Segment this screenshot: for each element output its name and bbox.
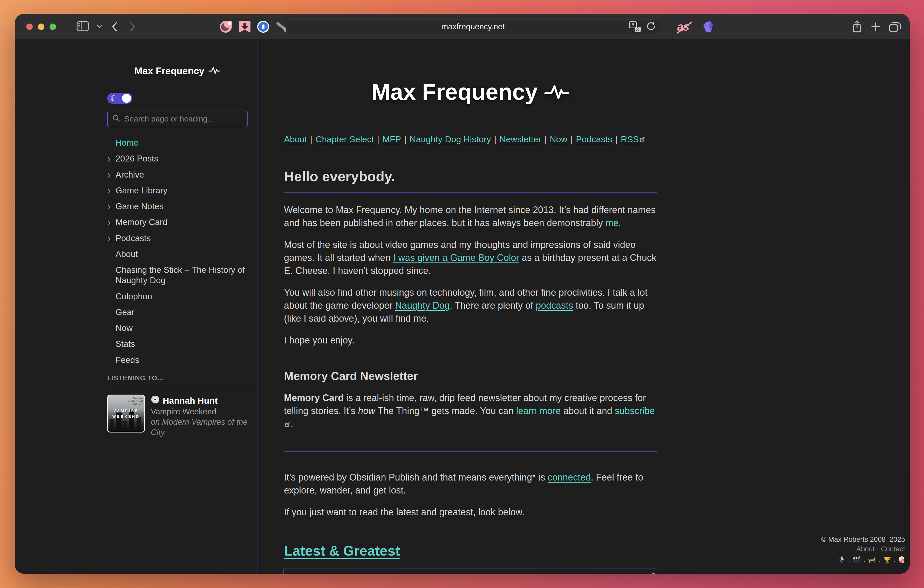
link-icon[interactable] — [646, 573, 657, 574]
section-divider — [284, 451, 657, 452]
sidebar-item-game-library[interactable]: ›Game Library — [107, 185, 248, 196]
browser-toolbar: maxfrequency.net A文 as — [15, 14, 910, 40]
close-window-button[interactable] — [26, 23, 33, 30]
traffic-lights — [26, 23, 61, 30]
intro-paragraph-2: Most of the site is about video games an… — [284, 238, 657, 277]
sidebar-toggle-icon[interactable] — [77, 21, 89, 33]
copyright-text: © Max Roberts 2008–2025 — [821, 535, 905, 545]
zoom-window-button[interactable] — [50, 23, 56, 30]
nav-link-podcasts[interactable]: Podcasts — [576, 134, 612, 144]
connected-link[interactable]: connected — [548, 472, 591, 482]
sidebar-item-home[interactable]: Home — [107, 137, 248, 148]
sidebar-controls — [77, 21, 102, 33]
main-content-pane: Max Frequency About|Chapter Select|MFP|N… — [257, 40, 910, 574]
toggle-knob — [122, 94, 131, 103]
sidebar-item-archive[interactable]: ›Archive — [107, 170, 248, 180]
pulse-icon — [544, 79, 569, 105]
noir-extension-icon[interactable] — [220, 21, 232, 33]
sidebar-item-stats[interactable]: Stats — [107, 339, 248, 349]
sidebar-item-about[interactable]: About — [107, 249, 248, 259]
footer-about-link[interactable]: About — [856, 545, 874, 553]
sidebar-item-now[interactable]: Now — [107, 323, 248, 333]
sidebar-nav: Home ›2026 Posts ›Archive ›Game Library … — [107, 137, 248, 365]
naughty-dog-link[interactable]: Naughty Dog — [395, 300, 450, 311]
newsletter-heading: Memory Card Newsletter — [284, 370, 657, 383]
listening-artist: Vampire Weekend — [151, 406, 248, 417]
url-text: maxfrequency.net — [441, 22, 505, 31]
sidebar-item-chasing-the-stick[interactable]: Chasing the Stick – The History of Naugh… — [107, 265, 248, 286]
translate-icon[interactable]: A文 — [629, 21, 641, 32]
new-tab-icon[interactable] — [870, 21, 881, 32]
as-blocker-extension-icon[interactable]: as — [677, 20, 689, 33]
powered-paragraph: It’s powered by Obsidian Publish and tha… — [284, 471, 657, 497]
me-link[interactable]: me — [606, 218, 619, 228]
chevron-down-icon[interactable] — [97, 25, 102, 29]
toolbar-divider — [92, 22, 93, 31]
clapperboard-icon — [853, 556, 861, 567]
chevron-right-icon[interactable]: › — [107, 184, 111, 197]
microphone-icon — [838, 556, 845, 567]
sidebar-item-colophon[interactable]: Colophon — [107, 291, 248, 302]
chevron-right-icon[interactable]: › — [107, 200, 111, 213]
pulse-icon — [208, 66, 220, 77]
footer-contact-link[interactable]: Contact — [881, 545, 905, 553]
nav-link-now[interactable]: Now — [550, 134, 568, 144]
game-boy-color-link[interactable]: I was given a Game Boy Color — [393, 252, 519, 263]
nav-link-newsletter[interactable]: Newsletter — [500, 134, 541, 144]
nav-link-rss[interactable]: RSS — [621, 134, 639, 144]
chevron-right-icon[interactable]: › — [107, 152, 111, 165]
sidebar-item-game-notes[interactable]: ›Game Notes — [107, 201, 248, 211]
reload-icon[interactable] — [646, 21, 656, 32]
nav-link-about[interactable]: About — [284, 134, 307, 144]
search-icon — [112, 114, 120, 123]
chevron-right-icon[interactable]: › — [107, 168, 111, 181]
intro-paragraph-1: Welcome to Max Frequency. My home on the… — [284, 203, 657, 230]
hello-heading: Hello everybody. — [284, 168, 657, 193]
listening-widget: Modern Vampires of the City VAMPIREWEEKE… — [107, 387, 257, 438]
sidebar-item-feeds[interactable]: Feeds — [107, 355, 248, 365]
page-nav-links: About|Chapter Select|MFP|Naughty Dog His… — [284, 134, 657, 144]
external-link-icon — [285, 418, 291, 430]
nav-link-chapter-select[interactable]: Chapter Select — [316, 134, 374, 144]
trophy-icon — [883, 556, 891, 567]
minimize-window-button[interactable] — [38, 23, 45, 30]
external-link-icon — [640, 134, 646, 144]
chevron-right-icon[interactable]: › — [107, 216, 111, 229]
obsidian-icon[interactable] — [702, 20, 714, 33]
intro-paragraph-4: I hope you enjoy. — [284, 334, 657, 347]
listening-album: Modern Vampires of the City — [151, 418, 248, 437]
nav-link-naughty-dog-history[interactable]: Naughty Dog History — [409, 134, 491, 144]
cd-icon — [151, 395, 160, 407]
share-icon[interactable] — [851, 20, 863, 34]
site-footer: © Max Roberts 2008–2025 About · Contact … — [821, 535, 905, 567]
latest-greatest-heading-link[interactable]: Latest & Greatest — [284, 543, 400, 559]
popcorn-icon — [898, 556, 905, 567]
search-input[interactable] — [124, 114, 243, 124]
sidebar-site-title[interactable]: Max Frequency — [107, 66, 248, 77]
learn-more-link[interactable]: learn more — [516, 406, 561, 416]
subscribe-link[interactable]: subscribe — [615, 406, 655, 416]
sidebar-search[interactable] — [107, 111, 248, 127]
sidebar-item-memory-card[interactable]: ›Memory Card — [107, 217, 248, 228]
onepassword-extension-icon[interactable] — [257, 21, 269, 33]
intro-paragraph-3: You will also find other musings on tech… — [284, 286, 657, 325]
podcasts-link[interactable]: podcasts — [536, 300, 573, 311]
downloader-extension-icon[interactable] — [239, 21, 251, 33]
nav-link-mfp[interactable]: MFP — [382, 134, 401, 144]
album-art-script-text: Modern Vampires of the City — [127, 397, 143, 405]
sidebar-item-podcasts[interactable]: ›Podcasts — [107, 233, 248, 243]
address-bar[interactable]: maxfrequency.net A文 — [286, 19, 660, 34]
moon-icon: ☾ — [110, 94, 117, 103]
sidebar-item-2026-posts[interactable]: ›2026 Posts — [107, 154, 248, 164]
page-title: Max Frequency — [284, 79, 657, 105]
sidebar-item-gear[interactable]: Gear — [107, 307, 248, 317]
theme-toggle[interactable]: ☾ — [107, 92, 132, 104]
chevron-right-icon[interactable]: › — [107, 232, 111, 245]
tab-overview-icon[interactable] — [888, 20, 902, 33]
forward-button[interactable] — [130, 22, 136, 32]
sidebar-title-text: Max Frequency — [134, 66, 204, 77]
listening-track: Hannah Hunt — [163, 395, 218, 406]
back-button[interactable] — [111, 22, 117, 32]
newsletter-paragraph: Memory Card is a real-ish time, raw, dri… — [284, 391, 657, 430]
listening-to-label: LISTENING TO... — [107, 374, 248, 382]
